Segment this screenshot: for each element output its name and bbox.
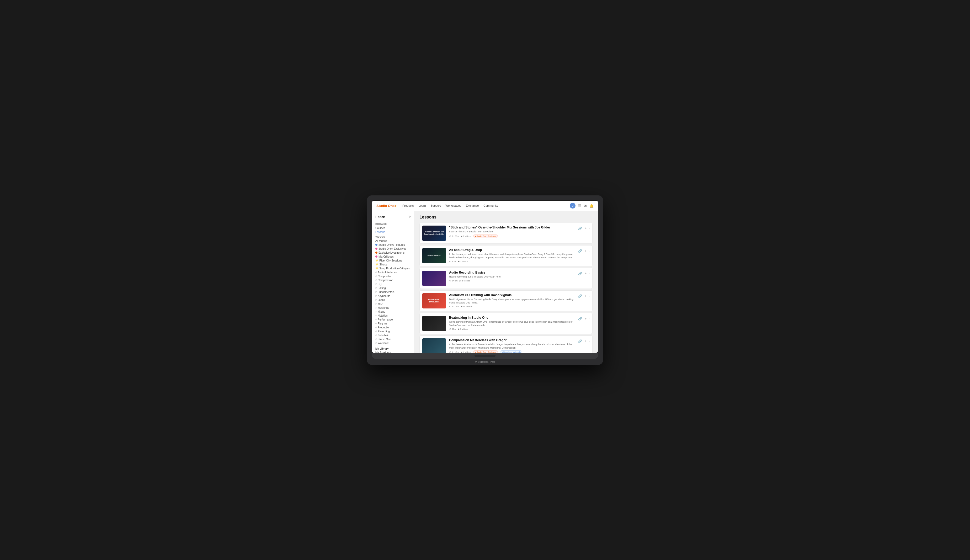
link-button[interactable]: 🔗 [578,316,583,321]
laptop-base [372,353,598,359]
menu-icon[interactable]: ☰ [578,204,581,208]
exclusive-badge: ● Studio One+ Exclusive [473,235,498,238]
lesson-description: In this lesson you will learn more about… [449,253,575,259]
sidebar-tag-editing[interactable]: #Editing [372,286,414,290]
link-button[interactable]: 🔗 [578,249,583,253]
sidebar-tag-mastering[interactable]: #Mastering [372,306,414,310]
top-nav: Studio One+ Products Learn Support Works… [372,201,598,211]
link-button[interactable]: 🔗 [578,294,583,298]
folder2-icon: 📁 [375,263,378,266]
sidebar-item-livestreams[interactable]: Exclusive Livestreams [372,251,414,255]
hash-icon: # [375,342,377,344]
lesson-card-compression-masterclass[interactable]: Compression Masterclass with Gregor In t… [420,335,593,353]
refresh-button[interactable]: ↻ [408,215,411,218]
sidebar-tag-studio-one[interactable]: #Studio One [372,337,414,341]
link-button[interactable]: 🔗 [578,339,583,343]
nav-products[interactable]: Products [402,204,414,207]
hash-icon: # [375,338,377,340]
nav-learn[interactable]: Learn [418,204,426,207]
lesson-videos: ▶ 4 Videos [461,351,471,353]
lesson-actions: 🔗 + › [578,271,590,276]
expand-button[interactable]: › [588,249,590,253]
add-button[interactable]: + [584,316,587,321]
sidebar-item-shorts[interactable]: 📁 Shorts [372,263,414,267]
expand-button[interactable]: › [588,227,590,230]
lesson-description: David Vignola of Home Recording Made Eas… [449,298,575,304]
sidebar-tag-eq[interactable]: #EQ [372,282,414,286]
expand-button[interactable]: › [588,317,590,320]
sidebar-item-exclusives[interactable]: Studio One+ Exclusives [372,247,414,251]
sidebar-tag-mixing[interactable]: #Mixing [372,310,414,314]
lesson-thumbnail: AudioBox GO Introduction [422,293,446,308]
add-button[interactable]: + [584,249,587,253]
nav-support[interactable]: Support [430,204,442,207]
add-button[interactable]: + [584,339,587,343]
sidebar-item-my-library[interactable]: My Library [372,347,414,351]
sidebar-tag-production[interactable]: #Production [372,325,414,330]
sidebar-tag-compression[interactable]: #Compression [372,278,414,282]
laptop-notch [475,355,495,357]
sidebar-tag-composition[interactable]: #Composition [372,274,414,278]
lesson-actions: 🔗 + › [578,316,590,321]
sidebar-tag-workflow[interactable]: #Workflow [372,341,414,345]
bell-icon[interactable]: 🔔 [589,204,593,208]
expand-button[interactable]: › [588,272,590,275]
user-avatar-button[interactable]: U [570,203,575,208]
sidebar-item-song-production[interactable]: 📁 Song Production Critiques [372,267,414,270]
laptop-frame: Studio One+ Products Learn Support Works… [367,195,603,365]
sidebar-item-my-products[interactable]: My Products [372,351,414,353]
link-button[interactable]: 🔗 [578,271,583,276]
lesson-card-audio-recording[interactable]: Audio Recording Basics New to recording … [420,268,593,289]
sidebar-item-lessons[interactable]: Lessons [372,230,414,234]
song-production-label: Song Production Critiques [379,267,410,270]
hash-icon: # [375,271,377,273]
download-badge[interactable]: ● Download Materials [500,350,522,353]
lesson-meta: ⏱ 2h 14m ▶ 10 Videos [449,305,575,308]
sidebar-tag-notation[interactable]: #Notation [372,314,414,318]
hash-icon: # [375,287,377,289]
sidebar-tag-performance[interactable]: #Performance [372,318,414,322]
lesson-title: Beatmaking in Studio One [449,316,575,320]
nav-exchange[interactable]: Exchange [465,204,479,207]
sidebar-tag-fundamentals[interactable]: #Fundamentals [372,290,414,294]
lesson-title: "Stick and Stones" Over-the-Shoulder Mix… [449,225,575,230]
add-button[interactable]: + [584,294,587,298]
sidebar-tag-audio-interfaces[interactable]: #Audio Interfaces [372,270,414,274]
studio-one-6-label: Studio One 6 Features [378,243,405,246]
sidebar-tag-keyboards[interactable]: #Keyboards [372,294,414,298]
add-button[interactable]: + [584,226,587,231]
nav-community[interactable]: Community [483,204,498,207]
brand-logo[interactable]: Studio One+ [377,204,397,208]
sidebar-tag-midi[interactable]: #MIDI [372,302,414,306]
lesson-meta: ⏱ 2h 5m ▶ 5 Videos [449,280,575,282]
sidebar-tag-plug-ins[interactable]: #Plug-ins [372,322,414,325]
hash-icon: # [375,326,377,329]
sidebar-item-studio-one-6[interactable]: Studio One 6 Features [372,243,414,247]
lesson-card-sticks-stones[interactable]: "Sticks & Stones" Mix Session with Joe G… [420,223,593,244]
sidebar-tag-loops[interactable]: #Loops [372,298,414,302]
expand-button[interactable]: › [588,294,590,298]
user-icon: U [572,204,573,207]
sidebar-item-all-videos[interactable]: All Videos [372,239,414,243]
mail-icon[interactable]: ✉ [584,204,587,208]
nav-workspaces[interactable]: Workspaces [445,204,462,207]
lesson-thumbnail: DRAG & DROP [422,248,446,263]
lesson-videos: ▶ 5 Videos [458,260,468,263]
exclusive-badge: ● Studio One+ Exclusive [473,350,498,353]
link-button[interactable]: 🔗 [578,226,583,231]
lesson-actions: 🔗 + › [578,294,590,298]
lesson-card-audiobox-go[interactable]: AudioBox GO Introduction AudioBox GO Tra… [420,290,593,311]
sidebar-item-river-city[interactable]: 📁 River City Sessions [372,258,414,263]
lesson-card-beatmaking[interactable]: Beatmaking in Studio One We're starting … [420,313,593,334]
lesson-card-drag-drop[interactable]: DRAG & DROP All about Drag & Drop In thi… [420,245,593,266]
sidebar-item-courses[interactable]: Courses [372,226,414,230]
lesson-thumbnail [422,316,446,331]
sidebar-item-mix-critiques[interactable]: Mix Critiques [372,255,414,258]
pink-dot-icon [375,248,377,250]
hash-icon: # [375,334,377,337]
lesson-title: All about Drag & Drop [449,248,575,252]
sidebar-tag-sidechain[interactable]: #Sidechain [372,333,414,337]
add-button[interactable]: + [584,271,587,276]
expand-button[interactable]: › [588,339,590,343]
sidebar-tag-recording[interactable]: #Recording [372,330,414,333]
